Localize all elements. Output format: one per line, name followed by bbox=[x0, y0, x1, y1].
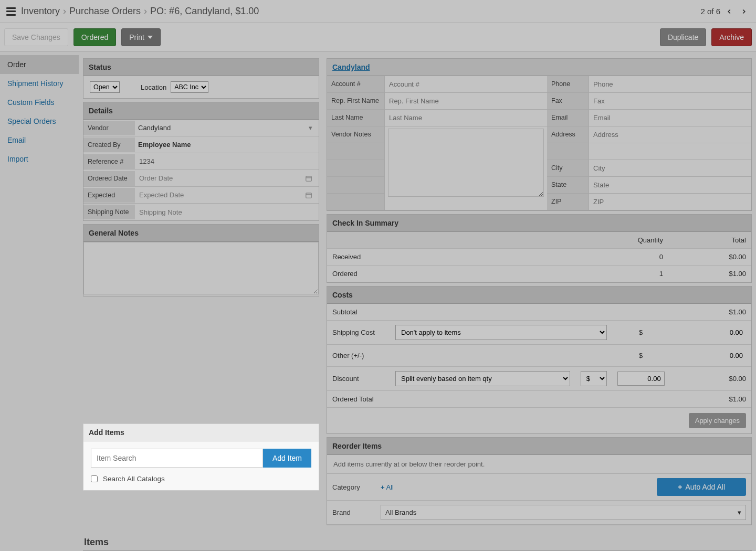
brand-select[interactable]: All Brands ▾ bbox=[381, 505, 746, 520]
svg-rect-0 bbox=[306, 176, 312, 181]
fax-label: Fax bbox=[547, 93, 589, 110]
phone-input[interactable] bbox=[592, 78, 748, 90]
status-header: Status bbox=[83, 59, 319, 76]
reference-input[interactable] bbox=[138, 155, 316, 167]
sidebar-item-shipment-history[interactable]: Shipment History bbox=[0, 74, 79, 93]
checkin-row-ordered: Ordered 1 $1.00 bbox=[327, 266, 751, 282]
checkin-qty-col: Quantity bbox=[560, 232, 668, 249]
calendar-icon[interactable] bbox=[305, 175, 312, 182]
email-input[interactable] bbox=[592, 112, 748, 124]
pager: 2 of 6 bbox=[700, 6, 750, 17]
main: Order Shipment History Custom Fields Spe… bbox=[0, 52, 756, 551]
vendor-label: Vendor bbox=[83, 121, 135, 135]
vendor-value[interactable]: Candyland bbox=[138, 124, 309, 132]
reference-label: Reference # bbox=[83, 154, 135, 169]
account-input[interactable] bbox=[388, 78, 544, 90]
vendor-panel: Candyland Account # Phone Rep. First Nam… bbox=[327, 58, 752, 211]
content: Status Open Location ABC Inc bbox=[79, 52, 756, 551]
costs-panel: Costs Subtotal $1.00 Shipping Cost Don't… bbox=[327, 286, 752, 434]
category-label: Category bbox=[332, 483, 374, 491]
left-column: Status Open Location ABC Inc bbox=[83, 58, 319, 491]
breadcrumb: Inventory › Purchase Orders › PO: #6, Ca… bbox=[21, 6, 700, 17]
duplicate-button[interactable]: Duplicate bbox=[660, 28, 706, 46]
state-label: State bbox=[547, 177, 589, 194]
general-notes-textarea[interactable] bbox=[83, 242, 319, 294]
plus-icon: + bbox=[381, 483, 385, 491]
caret-down-icon bbox=[148, 36, 153, 39]
dropdown-caret-icon[interactable]: ▾ bbox=[309, 124, 312, 132]
add-items-header: Add Items bbox=[83, 424, 319, 441]
add-item-button[interactable]: Add Item bbox=[263, 449, 311, 468]
dropdown-caret-icon: ▾ bbox=[738, 508, 741, 516]
discount-curr-select[interactable]: $ bbox=[581, 371, 607, 386]
zip-label: ZIP bbox=[547, 194, 589, 210]
discount-apply-select[interactable]: Split evenly based on item qty bbox=[395, 371, 570, 386]
checkin-header: Check In Summary bbox=[327, 215, 751, 232]
actionbar: Save Changes Ordered Print Duplicate Arc… bbox=[0, 23, 756, 52]
location-label: Location bbox=[141, 83, 166, 91]
city-input[interactable] bbox=[592, 162, 748, 174]
svg-rect-2 bbox=[306, 193, 312, 197]
item-search-input[interactable] bbox=[91, 449, 263, 468]
print-dropdown[interactable]: Print bbox=[121, 28, 161, 46]
sidebar-item-import[interactable]: Import bbox=[0, 150, 79, 168]
add-items-panel: Add Items Add Item Search All Catalogs bbox=[83, 423, 319, 491]
expected-label: Expected bbox=[83, 188, 135, 203]
print-label: Print bbox=[129, 33, 144, 41]
costs-header: Costs bbox=[327, 287, 751, 304]
status-panel: Status Open Location ABC Inc bbox=[83, 58, 319, 99]
breadcrumb-inventory[interactable]: Inventory bbox=[21, 6, 60, 17]
apply-changes-button[interactable]: Apply changes bbox=[689, 413, 746, 428]
sidebar-item-special-orders[interactable]: Special Orders bbox=[0, 112, 79, 131]
status-select[interactable]: Open bbox=[90, 81, 120, 93]
state-input[interactable] bbox=[592, 179, 748, 191]
address-label: Address bbox=[547, 126, 589, 143]
zip-input[interactable] bbox=[592, 196, 748, 208]
vendornotes-textarea[interactable] bbox=[388, 129, 544, 197]
vendor-name-link[interactable]: Candyland bbox=[332, 63, 370, 71]
repfirst-label: Rep. First Name bbox=[327, 93, 385, 110]
topbar: Inventory › Purchase Orders › PO: #6, Ca… bbox=[0, 0, 756, 23]
category-all-link[interactable]: + All bbox=[381, 483, 394, 491]
menu-icon[interactable] bbox=[6, 7, 16, 16]
address2-input[interactable] bbox=[592, 145, 748, 157]
chevron-right-icon: › bbox=[144, 6, 147, 17]
general-notes-panel: General Notes bbox=[83, 224, 319, 296]
location-select[interactable]: ABC Inc bbox=[171, 81, 208, 93]
ordereddate-input[interactable] bbox=[138, 172, 305, 184]
costs-orderedtotal-row: Ordered Total $1.00 bbox=[327, 391, 751, 408]
breadcrumb-current: PO: #6, Candyland, $1.00 bbox=[150, 6, 259, 17]
pager-prev[interactable] bbox=[723, 6, 735, 17]
details-panel: Details Vendor Candyland ▾ Created By Em… bbox=[83, 102, 319, 221]
shipping-amount-input[interactable] bbox=[704, 326, 746, 339]
costs-subtotal-row: Subtotal $1.00 bbox=[327, 304, 751, 321]
sidebar-item-custom-fields[interactable]: Custom Fields bbox=[0, 93, 79, 112]
repfirst-input[interactable] bbox=[388, 95, 544, 107]
shipping-apply-select[interactable]: Don't apply to items bbox=[395, 325, 607, 340]
sidebar-item-order[interactable]: Order bbox=[0, 55, 79, 74]
createdby-value: Employee Name bbox=[138, 141, 191, 149]
address-input[interactable] bbox=[592, 129, 748, 141]
ordered-button[interactable]: Ordered bbox=[74, 28, 116, 46]
breadcrumb-purchase-orders[interactable]: Purchase Orders bbox=[69, 6, 141, 17]
shippingnote-input[interactable] bbox=[138, 206, 316, 218]
costs-discount-row: Discount Split evenly based on item qty … bbox=[327, 367, 751, 391]
costs-other-row: Other (+/-) $ bbox=[327, 345, 751, 367]
discount-amount-input[interactable] bbox=[617, 372, 665, 386]
sidebar-item-email[interactable]: Email bbox=[0, 131, 79, 150]
pager-next[interactable] bbox=[738, 6, 750, 17]
account-label: Account # bbox=[327, 76, 385, 93]
search-all-catalogs-checkbox[interactable] bbox=[91, 475, 98, 482]
auto-add-all-button[interactable]: + Auto Add All bbox=[657, 478, 746, 496]
other-amount-input[interactable] bbox=[704, 349, 746, 362]
expected-input[interactable] bbox=[138, 189, 305, 201]
fax-input[interactable] bbox=[592, 95, 748, 107]
archive-button[interactable]: Archive bbox=[711, 28, 752, 46]
general-notes-header: General Notes bbox=[83, 225, 319, 242]
items-section-header: Items bbox=[83, 535, 752, 550]
details-header: Details bbox=[83, 102, 319, 120]
lastname-input[interactable] bbox=[388, 112, 544, 124]
save-changes-button[interactable]: Save Changes bbox=[4, 28, 68, 46]
calendar-icon[interactable] bbox=[305, 192, 312, 199]
brand-label: Brand bbox=[332, 508, 374, 516]
